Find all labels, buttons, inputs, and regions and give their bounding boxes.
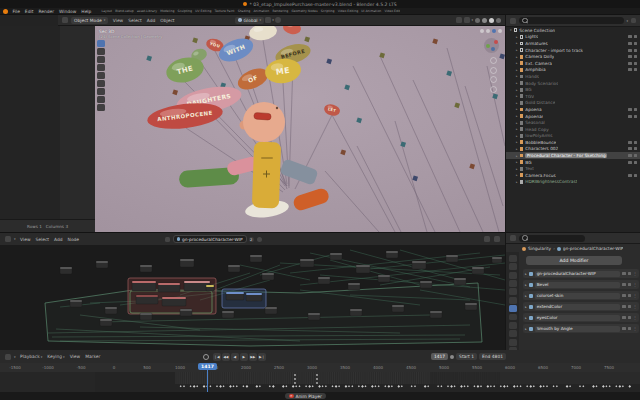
timeline-ruler[interactable]: -1500-1000-50005001000150020002500300035…: [0, 363, 640, 372]
modifier-render-toggle[interactable]: [628, 305, 632, 308]
graph-node[interactable]: [430, 311, 442, 318]
outliner-search-input[interactable]: [519, 17, 624, 24]
editor-type-icon[interactable]: [510, 235, 516, 241]
properties-tab[interactable]: [509, 263, 517, 270]
outliner-item[interactable]: ▸Armatures: [506, 40, 640, 47]
snap-magnet-icon[interactable]: [265, 17, 271, 23]
outliner-item[interactable]: ▸Head Copy: [506, 126, 640, 133]
menu-edit[interactable]: Edit: [22, 9, 36, 14]
shading-rendered-icon[interactable]: [496, 18, 501, 23]
disclosure-triangle-icon[interactable]: ▸: [516, 180, 518, 184]
filter-funnel-icon[interactable]: ▾: [626, 19, 628, 23]
graph-node[interactable]: [378, 275, 390, 282]
outliner-item[interactable]: ▸HDRIBrightnessContrast: [506, 179, 640, 186]
properties-tab[interactable]: [509, 305, 517, 312]
viewport-tool-button[interactable]: [97, 72, 105, 79]
disable-render-icon[interactable]: [634, 55, 638, 58]
outliner-item[interactable]: ▸BobbleBounce: [506, 139, 640, 146]
outliner-item[interactable]: ▸BG: [506, 86, 640, 93]
timeline-channel-area[interactable]: [0, 372, 640, 392]
workspace-tab[interactable]: Sculpting: [176, 9, 194, 14]
disclosure-triangle-icon[interactable]: ▸: [516, 107, 518, 111]
properties-tab[interactable]: [509, 322, 517, 329]
editor-type-icon[interactable]: [5, 236, 11, 242]
navigation-gizmo[interactable]: [484, 38, 499, 53]
editor-type-icon[interactable]: [510, 18, 516, 24]
disable-render-icon[interactable]: [634, 141, 638, 144]
expand-icon[interactable]: ▸: [525, 283, 527, 287]
menu-render[interactable]: Render: [36, 9, 57, 14]
outliner-item[interactable]: ▸Text: [506, 165, 640, 172]
modifier-display-toggle[interactable]: [622, 283, 626, 286]
node-graph-canvas[interactable]: [0, 245, 505, 351]
outliner-item[interactable]: ▸lowPolyArms: [506, 133, 640, 140]
pan-hand-icon[interactable]: [490, 67, 497, 74]
disable-render-icon[interactable]: [634, 108, 638, 111]
anim-player-job-chip[interactable]: ✕ Anim Player: [285, 393, 326, 399]
menu-file[interactable]: File: [10, 9, 22, 14]
cancel-job-icon[interactable]: ✕: [289, 394, 294, 399]
timeline-menu-keying[interactable]: Keying ▾: [45, 354, 67, 359]
menu-window[interactable]: Window: [57, 9, 79, 14]
outliner-item[interactable]: ▸Hands: [506, 73, 640, 80]
disclosure-triangle-icon[interactable]: ▸: [516, 154, 518, 158]
node-menu-node[interactable]: Node: [65, 237, 81, 242]
camera-view-icon[interactable]: [490, 76, 497, 83]
hide-viewport-icon[interactable]: [628, 49, 632, 52]
axis-z-dot[interactable]: [491, 47, 495, 51]
chevron-down-icon[interactable]: ▾: [14, 355, 16, 359]
viewport-tool-button[interactable]: [97, 80, 105, 87]
start-frame-field[interactable]: Start 1: [456, 353, 477, 360]
outliner-item[interactable]: ▸Apoena: [506, 106, 640, 113]
hide-viewport-icon[interactable]: [628, 141, 632, 144]
outliner-item[interactable]: ▸Camera Dolly: [506, 53, 640, 60]
properties-tab[interactable]: [509, 330, 517, 337]
graph-node[interactable]: [180, 309, 192, 316]
graph-node[interactable]: [246, 293, 262, 301]
workspace-tab[interactable]: Video Editing.001: [383, 9, 400, 14]
modifier-render-toggle[interactable]: [628, 283, 632, 286]
workspace-tab[interactable]: asset-Library: [135, 9, 158, 14]
modifier-display-toggle[interactable]: [622, 305, 626, 308]
disclosure-triangle-icon[interactable]: ▸: [516, 167, 518, 171]
disable-render-icon[interactable]: [634, 62, 638, 65]
properties-tab[interactable]: [509, 297, 517, 304]
viewport-tool-button[interactable]: [97, 40, 105, 47]
timeline-menu-playback[interactable]: Playback ▾: [18, 354, 45, 359]
timeline-menu-marker[interactable]: Marker: [83, 354, 103, 359]
browse-tree-icon[interactable]: [165, 237, 170, 242]
disclosure-triangle-icon[interactable]: ▸: [516, 35, 518, 39]
current-frame-field[interactable]: 1417: [431, 353, 448, 360]
properties-tab[interactable]: [509, 255, 517, 262]
disclosure-triangle-icon[interactable]: ▸: [516, 81, 518, 85]
graph-node[interactable]: [386, 251, 398, 258]
disclosure-triangle-icon[interactable]: ▸: [516, 147, 518, 151]
expand-icon[interactable]: ▸: [525, 272, 527, 276]
modifier-extras-icon[interactable]: ⋮: [633, 326, 637, 331]
graph-node[interactable]: [465, 303, 477, 310]
modifier-extras-icon[interactable]: ⋮: [633, 293, 637, 298]
play-button[interactable]: ▶: [240, 353, 248, 361]
graph-node[interactable]: [446, 255, 458, 262]
overlays-chevron[interactable]: ▾: [471, 18, 473, 22]
expand-icon[interactable]: ▸: [525, 316, 527, 320]
modifier-render-toggle[interactable]: [628, 272, 632, 275]
toolbar-menu-add[interactable]: Add: [144, 18, 158, 23]
graph-node[interactable]: [140, 265, 152, 272]
outliner-item[interactable]: ▸Body Scenarios: [506, 80, 640, 87]
graph-node[interactable]: [140, 313, 152, 320]
modifier-display-toggle[interactable]: [622, 294, 626, 297]
graph-node[interactable]: [356, 265, 370, 273]
outliner-item[interactable]: ▸Amphibia: [506, 67, 640, 74]
shading-solid-icon[interactable]: [482, 18, 487, 23]
disable-render-icon[interactable]: [634, 154, 638, 157]
view-option-icon[interactable]: [498, 29, 502, 33]
graph-node[interactable]: [180, 259, 194, 267]
chevron-down-icon[interactable]: ▾: [14, 237, 16, 241]
modifier-extras-icon[interactable]: ⋮: [633, 304, 637, 309]
outliner-item[interactable]: ▸TGV: [506, 93, 640, 100]
mode-dropdown[interactable]: Object Mode ▾: [71, 17, 108, 24]
modifier-display-toggle[interactable]: [622, 327, 626, 330]
outliner-item[interactable]: ▸Seasonal: [506, 119, 640, 126]
outliner-item[interactable]: ▾Scene Collection: [506, 27, 640, 34]
